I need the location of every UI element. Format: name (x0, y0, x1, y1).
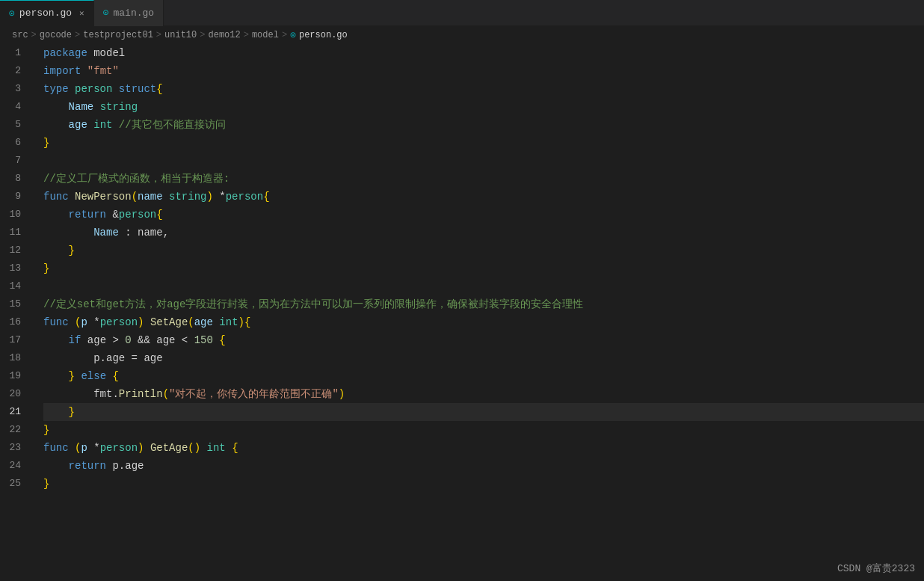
code-line-3: type person struct{ (43, 80, 924, 98)
ln-10: 10 (0, 206, 28, 224)
ln-8: 8 (0, 170, 28, 188)
tab-label-main: main.go (114, 7, 155, 19)
code-line-19: } else { (43, 367, 924, 385)
ln-22: 22 (0, 421, 28, 439)
ln-21: 21 (0, 403, 28, 421)
tab-person-go[interactable]: ⊙ person.go ✕ (0, 0, 94, 26)
watermark: CSDN @富贵2323 (837, 562, 915, 575)
tab-bar: ⊙ person.go ✕ ⊙ main.go (0, 0, 924, 26)
line-numbers: 1 2 3 4 5 6 7 8 9 10 11 12 13 14 15 16 1… (0, 44, 37, 581)
ln-19: 19 (0, 367, 28, 385)
breadcrumb-sep2: > (75, 30, 80, 40)
code-line-21: } (43, 403, 924, 421)
breadcrumb-gocode: gocode (40, 30, 72, 40)
code-line-7 (43, 152, 924, 170)
ln-2: 2 (0, 62, 28, 80)
tab-icon-person: ⊙ (9, 7, 15, 19)
code-line-15: //定义set和get方法，对age字段进行封装，因为在方法中可以加一系列的限制… (43, 295, 924, 313)
code-line-24: return p.age (43, 457, 924, 475)
editor: 1 2 3 4 5 6 7 8 9 10 11 12 13 14 15 16 1… (0, 44, 924, 581)
breadcrumb-src: src (12, 30, 28, 40)
breadcrumb-model: model (252, 30, 279, 40)
code-line-17: if age > 0 && age < 150 { (43, 331, 924, 349)
ln-23: 23 (0, 439, 28, 457)
code-line-22: } (43, 421, 924, 439)
ln-9: 9 (0, 188, 28, 206)
code-line-11: Name : name, (43, 224, 924, 242)
ln-15: 15 (0, 295, 28, 313)
breadcrumb-sep5: > (244, 30, 249, 40)
breadcrumb-unit10: unit10 (164, 30, 197, 40)
breadcrumb-testproject: testproject01 (83, 30, 153, 40)
code-line-12: } (43, 242, 924, 259)
breadcrumb-sep3: > (156, 30, 161, 40)
code-line-8: //定义工厂模式的函数，相当于构造器: (43, 170, 924, 188)
ln-17: 17 (0, 331, 28, 349)
code-line-18: p.age = age (43, 349, 924, 367)
ln-24: 24 (0, 457, 28, 475)
ln-25: 25 (0, 475, 28, 493)
ln-4: 4 (0, 98, 28, 116)
tab-icon-main: ⊙ (103, 7, 109, 19)
breadcrumb: src > gocode > testproject01 > unit10 > … (0, 26, 924, 44)
breadcrumb-sep6: > (282, 30, 287, 40)
ln-20: 20 (0, 385, 28, 403)
code-line-1: package model (43, 44, 924, 62)
code-line-14 (43, 277, 924, 295)
code-area[interactable]: package model import "fmt" type person s… (37, 44, 924, 581)
breadcrumb-sep4: > (200, 30, 205, 40)
tab-main-go[interactable]: ⊙ main.go (94, 0, 164, 26)
ln-14: 14 (0, 277, 28, 295)
breadcrumb-file-icon: ⊙ (290, 29, 296, 41)
ln-11: 11 (0, 224, 28, 242)
ln-13: 13 (0, 259, 28, 277)
code-line-25: } (43, 475, 924, 493)
code-line-6: } (43, 134, 924, 152)
code-line-4: Name string (43, 98, 924, 116)
tab-label-person: person.go (19, 7, 72, 19)
code-line-9: func NewPerson(name string) *person{ (43, 188, 924, 206)
code-line-13: } (43, 259, 924, 277)
ln-18: 18 (0, 349, 28, 367)
ln-5: 5 (0, 116, 28, 134)
code-line-10: return &person{ (43, 206, 924, 224)
ln-6: 6 (0, 134, 28, 152)
breadcrumb-sep1: > (31, 30, 37, 40)
breadcrumb-demo12: demo12 (208, 30, 240, 40)
ln-3: 3 (0, 80, 28, 98)
ln-16: 16 (0, 313, 28, 331)
code-line-16: func (p *person) SetAge(age int){ (43, 313, 924, 331)
tab-close-person[interactable]: ✕ (79, 8, 84, 18)
code-line-20: fmt.Println("对不起，你传入的年龄范围不正确") (43, 385, 924, 403)
ln-12: 12 (0, 242, 28, 259)
code-line-5: age int //其它包不能直接访问 (43, 116, 924, 134)
ln-7: 7 (0, 152, 28, 170)
code-line-2: import "fmt" (43, 62, 924, 80)
ln-1: 1 (0, 44, 28, 62)
breadcrumb-file: person.go (299, 30, 348, 40)
code-line-23: func (p *person) GetAge() int { (43, 439, 924, 457)
